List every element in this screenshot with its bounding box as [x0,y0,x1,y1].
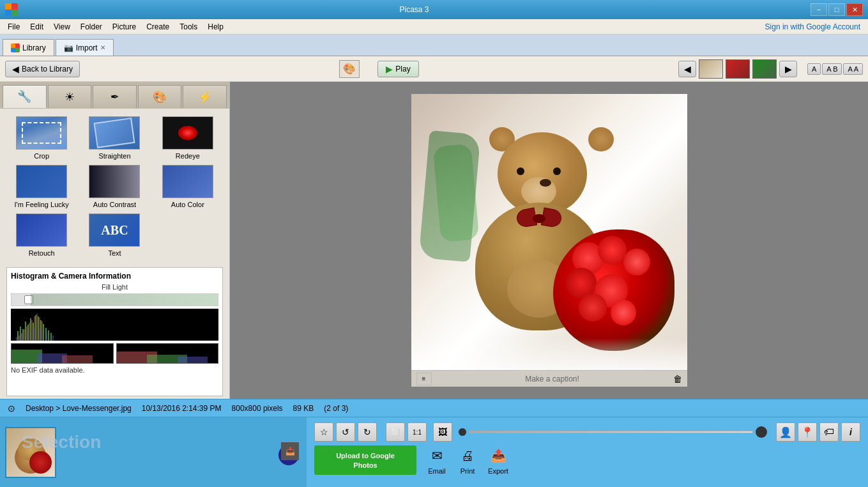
thumb-preview-2[interactable] [726,59,750,79]
thumb-preview-3[interactable] [752,59,777,79]
crop-thumbnail [16,116,67,150]
action-panel: ☆ ↺ ↻ ⬜ 1:1 🖼 👤 📍 🏷 i [307,417,868,487]
zoom-min-icon [459,428,466,436]
next-button[interactable]: ▶ [779,61,797,77]
retouch-tool[interactable]: Retouch [8,213,75,257]
back-to-library-button[interactable]: ◀ Back to Library [5,61,80,77]
redeye-thumbnail [162,116,213,150]
label-aa-button[interactable]: A A [843,63,863,75]
menu-folder[interactable]: Folder [75,21,107,33]
rotate-left-button[interactable]: ↺ [336,422,355,442]
text-label: Text [108,249,121,257]
star-button[interactable]: ☆ [314,422,333,442]
file-index: (2 of 3) [324,404,348,413]
roses [553,229,674,351]
bear-eye-left [517,167,524,175]
minimize-button[interactable]: − [811,3,827,16]
tab-library-label: Library [22,43,46,52]
signin-link[interactable]: Sign in with Google Account [765,22,865,31]
thumb-preview-1[interactable] [699,59,723,79]
ratio-button[interactable]: 1:1 [407,422,427,442]
tab-import[interactable]: 📷 Import ✕ [56,39,114,56]
email-label: Email [428,467,446,475]
statusbar: ⊙ Desktop > Love-Messenger.jpg 10/13/201… [0,399,868,417]
color-dropper-button[interactable]: 🎨 [339,60,360,78]
retouch-thumbnail [16,213,67,247]
dropper-icon: 🎨 [343,63,356,75]
app-logo [5,3,18,16]
zoom-max-icon [756,426,767,438]
file-date: 10/13/2016 2:14:39 PM [142,404,222,413]
file-dimensions: 800x800 pixels [232,404,283,413]
upload-label: Upload to Google Photos [336,452,395,469]
label-a-button[interactable]: A [807,63,821,75]
autocolor-tool[interactable]: Auto Color [154,165,222,208]
retouch-label: Retouch [29,249,55,257]
prev-button[interactable]: ◀ [678,61,696,77]
fill-light-label: Fill Light [11,283,218,291]
upload-to-google-button[interactable]: Upload to Google Photos [314,445,416,475]
print-label: Print [461,467,475,475]
tools-grid: Crop Straighten Redeye [0,109,229,265]
histogram-graph [11,309,218,341]
menubar: File Edit View Folder Picture Create Too… [0,19,868,35]
menu-edit[interactable]: Edit [25,21,49,33]
tool-tab-basic-fixes[interactable]: 🔧 [3,85,47,108]
tab-close-icon[interactable]: ✕ [100,44,105,51]
export-button[interactable]: 📤 Export [488,445,508,475]
redeye-tool[interactable]: Redeye [154,116,222,160]
text-tool[interactable]: ABC Text [80,213,148,257]
email-button[interactable]: ✉ Email [427,445,447,475]
fill-light-slider[interactable] [11,293,218,306]
print-button[interactable]: 🖨 Print [457,445,478,475]
menu-tools[interactable]: Tools [174,21,202,33]
straighten-tool[interactable]: Straighten [80,116,148,160]
caption-menu-icon: ≡ [422,375,426,382]
action-top-row: ☆ ↺ ↻ ⬜ 1:1 🖼 👤 📍 🏷 i [314,422,860,442]
file-path: Desktop > Love-Messenger.jpg [26,404,132,413]
play-button[interactable]: ▶ Play [377,61,418,77]
back-to-library-label: Back to Library [22,65,73,73]
delete-icon[interactable]: 🗑 [673,374,682,384]
tool-tab-effects[interactable]: ✒ [93,85,137,108]
crop-label: Crop [34,152,49,160]
location-button[interactable]: 📍 [798,422,817,442]
import-icon: 📷 [64,43,73,52]
menu-picture[interactable]: Picture [107,21,141,33]
filmstrip-thumb-1[interactable] [5,427,56,478]
tag-button[interactable]: 🏷 [819,422,839,442]
tool-tab-tuning[interactable]: ☀ [48,85,92,108]
lucky-tool[interactable]: I'm Feeling Lucky [8,165,75,208]
caption-placeholder: Make a caption! [525,375,579,383]
photo-edit-button[interactable]: 🖼 [433,422,452,442]
import-icon-btn[interactable]: 📥 [281,442,299,460]
frame-button[interactable]: ⬜ [386,422,405,442]
tab-library[interactable]: Library [3,39,54,56]
crop-tool[interactable]: Crop [8,116,75,160]
menu-create[interactable]: Create [141,21,174,33]
rotate-right-button[interactable]: ↻ [358,422,377,442]
label-ab-button[interactable]: A B [822,63,842,75]
export-label: Export [488,467,508,475]
filmstrip-area: Selection ↑ 📥 [0,417,307,487]
menu-help[interactable]: Help [202,21,229,33]
tabbar: Library 📷 Import ✕ [0,35,868,56]
menu-file[interactable]: File [3,21,25,33]
tool-tab-color[interactable]: 🎨 [138,85,182,108]
redeye-label: Redeye [176,152,200,160]
caption-menu-button[interactable]: ≡ [416,373,432,385]
zoom-slider[interactable] [469,431,753,433]
scroll-left-icon[interactable]: ⊙ [8,403,15,414]
toolbar: ◀ Back to Library 🎨 ▶ Play ◀ ▶ A A B A A [0,56,868,82]
autocolor-thumbnail [162,165,213,198]
autocontrast-label: Auto Contrast [93,201,136,208]
tool-tab-extra[interactable]: ⚡ [183,85,227,108]
menu-view[interactable]: View [49,21,75,33]
info-button[interactable]: i [841,422,860,442]
maximize-button[interactable]: □ [828,3,845,16]
people-button[interactable]: 👤 [776,422,795,442]
content-area: 🔧 ☀ ✒ 🎨 ⚡ Crop Straighten [0,82,868,399]
autocontrast-tool[interactable]: Auto Contrast [80,165,148,208]
close-button[interactable]: ✕ [846,3,863,16]
window-title: Picasa 3 [399,5,429,14]
